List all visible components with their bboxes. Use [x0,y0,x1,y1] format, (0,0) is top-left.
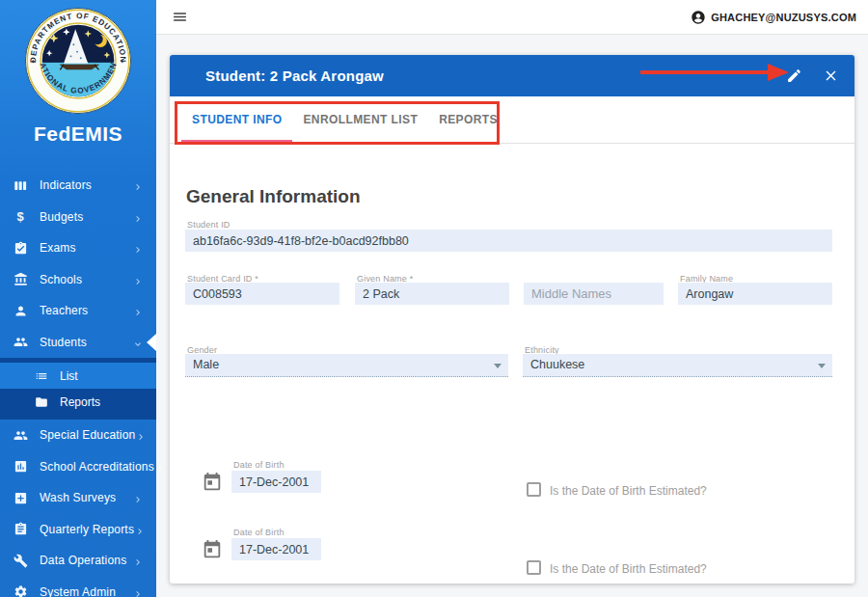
student-id-label: Student ID [187,220,231,230]
sidebar-item-label: Wash Surveys [40,491,132,504]
calendar-icon[interactable] [202,539,223,560]
menu-button[interactable] [170,8,189,27]
tab-student-info[interactable]: STUDENT INFO [181,96,292,143]
tab-reports[interactable]: REPORTS [428,96,508,143]
sidebar-item-label: School Accreditations [40,460,154,474]
dob-estimated-label: Is the Date of Birth Estimated? [550,484,707,498]
sidebar-item-label: Data Operations [40,554,132,567]
dob-estimated-checkbox[interactable] [527,482,541,497]
sidebar-subitem-label: List [60,369,78,383]
sidebar-item-label: Special Education [40,428,135,442]
sidebar: DEPARTMENT OF EDUCATION NATIONAL GOVERNM… [0,0,156,597]
sidebar-item-label: Quarterly Reports [40,523,134,536]
person-icon [13,303,28,318]
calendar-icon[interactable] [202,472,223,493]
gender-select[interactable]: Male [185,354,508,377]
sidebar-item-indicators[interactable]: Indicators [0,170,156,202]
edit-button[interactable] [785,68,802,85]
sidebar-item-label: Budgets [40,210,132,224]
sidebar-item-exams[interactable]: Exams [0,232,156,264]
sidebar-item-label: System Admin [40,585,132,597]
gear-icon [13,584,28,597]
document-icon [13,522,28,537]
app-brand: FedEMIS [0,122,156,146]
user-email: GHACHEY@NUZUSYS.COM [711,12,856,23]
chevron-right-icon [132,274,144,285]
date-of-birth-field[interactable] [231,471,321,493]
close-button[interactable] [822,68,839,85]
app-root: DEPARTMENT OF EDUCATION NATIONAL GOVERNM… [0,0,868,597]
sidebar-subitem-label: Reports [60,395,100,409]
sidebar-item-special-education[interactable]: Special Education [0,420,156,451]
sidebar-item-label: Exams [40,241,132,255]
dropdown-caret-icon [818,364,826,368]
sidebar-item-budgets[interactable]: $ Budgets [0,202,156,233]
family-name-field[interactable] [678,283,832,305]
middle-names-field[interactable] [524,283,664,305]
sidebar-nav: Indicators $ Budgets Exams Schools Teach… [0,170,156,597]
svg-text:✦: ✦ [31,58,37,65]
sidebar-subitem-reports[interactable]: Reports [0,389,156,415]
hamburger-icon [172,9,188,25]
sidebar-item-teachers[interactable]: Teachers [0,295,156,327]
ethnicity-select[interactable]: Chuukese [523,354,832,377]
student-card-id-field[interactable] [185,283,339,305]
folder-icon [35,395,48,409]
sidebar-item-label: Teachers [40,304,132,317]
school-building-icon [13,272,28,287]
date-of-birth-label: Date of Birth [233,460,285,470]
date-of-birth-field[interactable] [231,538,321,560]
columns-icon [13,177,28,193]
chevron-down-icon [132,337,144,348]
sidebar-item-quarterly-reports[interactable]: Quarterly Reports [0,514,156,546]
gender-value: Male [193,358,219,371]
list-icon [35,369,48,383]
sidebar-item-wash-surveys[interactable]: Wash Surveys [0,482,156,514]
student-dialog: Student: 2 Pack Arongaw STUDENT INFO ENR… [170,55,854,583]
sidebar-item-school-accreditations[interactable]: School Accreditations [0,451,156,483]
user-avatar-icon [691,10,706,25]
dollar-icon: $ [13,209,28,225]
pencil-icon [786,68,802,84]
svg-text:✦: ✦ [120,58,125,65]
sidebar-item-data-operations[interactable]: Data Operations [0,545,156,577]
user-menu[interactable]: GHACHEY@NUZUSYS.COM [691,10,856,25]
chevron-right-icon [132,211,144,223]
clipboard-check-icon [13,240,28,256]
dob-estimated-label: Is the Date of Birth Estimated? [550,562,707,576]
people-icon [13,427,28,443]
dialog-title: Student: 2 Pack Arongaw [205,68,384,84]
student-id-field[interactable] [185,230,832,252]
dropdown-caret-icon [494,364,502,368]
sidebar-item-students[interactable]: Students [0,327,156,359]
sidebar-item-label: Schools [40,273,132,286]
sidebar-item-label: Indicators [40,178,132,192]
chevron-right-icon [132,555,144,566]
section-title: General Information [186,186,361,207]
active-section-pointer [147,334,156,351]
close-icon [823,68,839,84]
chevron-right-icon [132,492,144,503]
sidebar-item-schools[interactable]: Schools [0,264,156,296]
chevron-right-icon [132,242,144,254]
bar-chart-icon [13,459,28,475]
students-submenu: List Reports [0,358,156,420]
tab-enrollment-list[interactable]: ENROLLMENT LIST [292,96,428,143]
dob-estimated-checkbox[interactable] [527,560,541,575]
sidebar-item-system-admin[interactable]: System Admin [0,577,156,597]
sidebar-item-label: Students [40,336,132,349]
ethnicity-value: Chuukese [530,358,584,371]
date-of-birth-label: Date of Birth [233,528,285,537]
chevron-right-icon [132,305,144,316]
plus-box-icon [13,490,28,505]
wrench-icon [13,553,28,568]
given-name-field[interactable] [355,283,509,305]
dialog-header: Student: 2 Pack Arongaw [170,55,854,96]
chevron-right-icon [132,179,144,191]
chevron-right-icon [134,524,146,535]
chevron-right-icon [154,461,166,473]
people-icon [13,335,28,350]
sidebar-subitem-list[interactable]: List [0,363,156,389]
dialog-tabs: STUDENT INFO ENROLLMENT LIST REPORTS [170,96,854,144]
student-info-form: General Information Student ID Student C… [170,144,854,583]
